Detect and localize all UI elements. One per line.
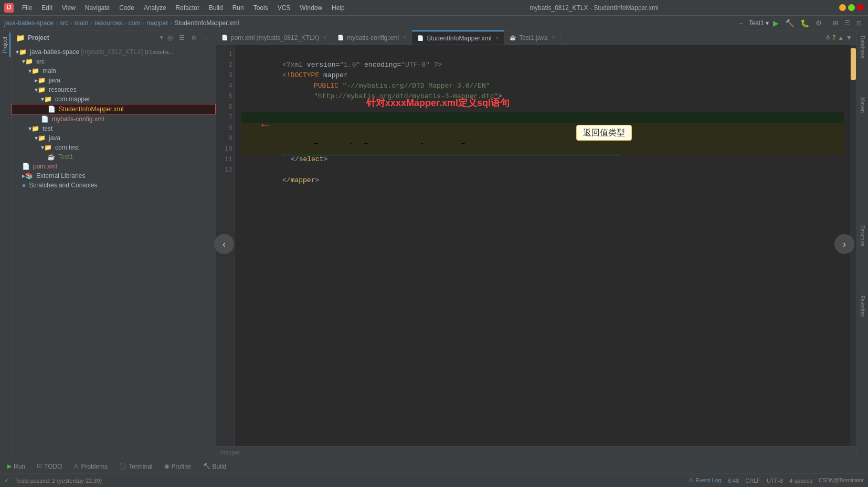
toolbar-btn1[interactable]: ⊞ [831, 18, 840, 28]
tree-resources[interactable]: ▾📁 resources [12, 85, 216, 94]
pom-tab-close[interactable]: × [323, 35, 326, 40]
test1-tab-icon: ☕ [510, 35, 516, 40]
bottom-problems-tab[interactable]: ⚠ Problems [68, 460, 113, 472]
menu-file[interactable]: File [18, 3, 36, 13]
com-test-label: com.test [55, 144, 79, 151]
menu-navigate[interactable]: Navigate [81, 3, 114, 13]
statusbar-line-ending[interactable]: CRLF [745, 478, 760, 484]
tree-test1[interactable]: ☕ Test1 [12, 152, 216, 162]
code-line-6: <mapper namespace="com.mapper.StudentInf… [241, 102, 844, 112]
menu-edit[interactable]: Edit [37, 3, 57, 13]
structure-tab[interactable]: Structure [858, 222, 867, 250]
tree-com-test[interactable]: ▾📁 com.test [12, 143, 216, 152]
nav-arrow-left[interactable]: ‹ [214, 234, 234, 254]
project-settings-button[interactable]: ⚙ [189, 33, 199, 43]
tab-test1[interactable]: ☕ Test1.java × [504, 30, 560, 45]
test1-tab-close[interactable]: × [552, 35, 555, 40]
code-line-12: </mapper> [241, 165, 844, 175]
code-editor[interactable]: <?xml version="1.0" encoding="UTF-8" ?> … [235, 45, 850, 446]
run-config-selector[interactable]: Test1 ▾ [749, 19, 769, 27]
student-mapper-tab-label: StudentInfoMapper.xml [427, 35, 491, 42]
student-mapper-icon: 📄 [48, 105, 56, 113]
student-mapper-label: StudentInfoMapper.xml [59, 105, 123, 113]
tree-root[interactable]: ▾📁 java-baties-space [mybatis_0812_KTLX]… [12, 47, 216, 57]
bottom-build-tab[interactable]: 🔨 Build [198, 460, 232, 472]
menu-run[interactable]: Run [228, 3, 248, 13]
tree-mybatis-config[interactable]: 📄 mybatis-config.xml [12, 114, 216, 124]
tree-com-mapper[interactable]: ▾📁 com.mapper [12, 94, 216, 104]
menu-window[interactable]: Window [295, 3, 326, 13]
warning-count: ⚠ 2 [825, 34, 835, 41]
nav-arrow-right[interactable]: › [834, 234, 854, 254]
tree-external-libs[interactable]: ▸📚 External Libraries [12, 171, 216, 181]
project-collapse-button[interactable]: ☰ [177, 33, 187, 43]
project-tab[interactable]: Project [1, 33, 10, 57]
project-close-button[interactable]: — [201, 33, 211, 43]
mybatis-tab-close[interactable]: × [403, 35, 406, 40]
menu-build[interactable]: Build [205, 3, 227, 13]
tree-scratches[interactable]: ● Scratches and Consoles [12, 181, 216, 190]
close-button[interactable]: × [857, 4, 864, 11]
navigate-back-button[interactable]: ← [736, 18, 747, 28]
statusbar-encoding[interactable]: UTF-8 [767, 478, 783, 484]
tree-pom[interactable]: 📄 pom.xml [12, 162, 216, 171]
breadcrumb-file[interactable]: StudentInfoMapper.xml [174, 19, 239, 27]
run-button[interactable]: ▶ [771, 18, 781, 28]
event-log-link[interactable]: ⚠ Event Log [689, 477, 722, 484]
menu-analyze[interactable]: Analyze [140, 3, 171, 13]
student-mapper-tab-close[interactable]: × [496, 35, 499, 41]
statusbar-indent[interactable]: 4 spaces [789, 478, 812, 484]
menu-code[interactable]: Code [115, 3, 139, 13]
tree-main[interactable]: ▾📁 main [12, 66, 216, 76]
menu-help[interactable]: Help [327, 3, 349, 13]
ext-libs-icon: ▸📚 [22, 172, 33, 179]
breadcrumb-main[interactable]: main [75, 19, 88, 27]
statusbar-position[interactable]: 6:48 [728, 478, 739, 484]
breadcrumb-root[interactable]: java-baties-space [4, 19, 54, 27]
tree-java-main[interactable]: ▸📁 java [12, 76, 216, 85]
maven-tab[interactable]: Maven [858, 94, 867, 116]
breadcrumb-mapper[interactable]: mapper [146, 19, 168, 27]
bottom-todo-tab[interactable]: ☑ TODO [31, 460, 67, 472]
tab-student-mapper[interactable]: 📄 StudentInfoMapper.xml × [412, 30, 504, 45]
project-locate-button[interactable]: ◎ [165, 33, 175, 43]
editor-breadcrumb: mapper [216, 446, 856, 458]
menu-refactor[interactable]: Refactor [172, 3, 204, 13]
favorites-tab[interactable]: Favorites [858, 292, 867, 320]
scroll-up[interactable]: ▲ [838, 34, 844, 41]
breadcrumb-com[interactable]: com [129, 19, 141, 27]
bottom-run-tab[interactable]: ▶ Run [2, 460, 30, 472]
tab-pom[interactable]: 📄 pom.xml (mybatis_0812_KTLX) × [216, 30, 332, 45]
code-line-11 [241, 154, 844, 165]
toolbar-btn2[interactable]: ☰ [842, 18, 852, 28]
right-panel-tabs: Database Maven Structure Favorites [856, 30, 868, 458]
window-controls: − □ × [839, 4, 864, 11]
test1-icon: ☕ [47, 153, 55, 161]
breadcrumb-resources[interactable]: resources [94, 19, 122, 27]
toolbar-btn3[interactable]: ⊡ [854, 18, 864, 28]
tab-mybatis-config[interactable]: 📄 mybatis-config.xml × [332, 30, 412, 45]
tree-src[interactable]: ▾📁 src [12, 57, 216, 66]
maximize-button[interactable]: □ [848, 4, 855, 11]
project-panel: 📁 Project ▾ ◎ ☰ ⚙ — ▾📁 java-baties-space… [12, 30, 216, 458]
tree-student-mapper[interactable]: 📄 StudentInfoMapper.xml [12, 104, 216, 114]
src-folder-icon: ▾📁 [22, 58, 33, 65]
build-button[interactable]: 🔨 [783, 18, 796, 28]
terminal-tab-icon: ⬛ [119, 463, 126, 470]
menu-vcs[interactable]: VCS [273, 3, 295, 13]
editor-content[interactable]: 1 2 3 4 5 6 7 8 9 10 11 12 <?xml version… [216, 45, 856, 446]
coverage-button[interactable]: ⚙ [813, 18, 824, 28]
tree-test[interactable]: ▾📁 test [12, 124, 216, 133]
bottom-terminal-tab[interactable]: ⬛ Terminal [114, 460, 157, 472]
bottom-profiler-tab[interactable]: ◉ Profiler [159, 460, 197, 472]
menu-tools[interactable]: Tools [249, 3, 272, 13]
scroll-down[interactable]: ▼ [846, 34, 852, 41]
menu-view[interactable]: View [58, 3, 80, 13]
minimize-button[interactable]: − [839, 4, 846, 11]
breadcrumb-src[interactable]: src [60, 19, 68, 27]
src-label: src [36, 58, 45, 65]
database-tab[interactable]: Database [858, 33, 867, 61]
code-line-10: </select> [241, 144, 844, 154]
debug-button[interactable]: 🐛 [798, 18, 811, 28]
tree-java-test[interactable]: ▾📁 java [12, 133, 216, 143]
